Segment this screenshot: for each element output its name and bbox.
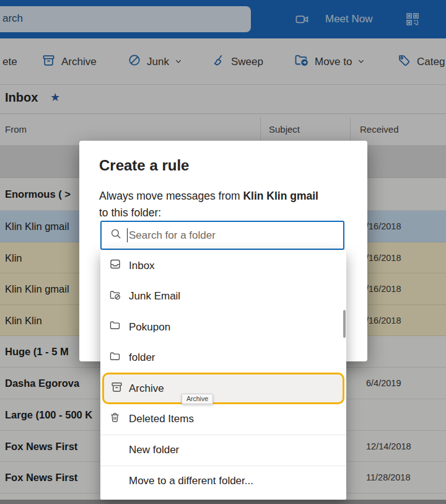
folder-option-label: Move to a different folder... <box>129 475 253 487</box>
text-cursor <box>127 228 128 242</box>
body-suffix: to this folder: <box>99 206 161 219</box>
folder-search-input[interactable]: Search for a folder <box>100 221 344 250</box>
archive-tooltip: Archive <box>181 394 213 404</box>
folder-option-label: Deleted Items <box>129 413 194 425</box>
folder-icon <box>109 350 121 366</box>
archive-icon <box>110 381 123 397</box>
folder-option-pokupon[interactable]: Pokupon <box>100 312 346 343</box>
dialog-body-text: Always move messages from Klin Klin gmai… <box>99 188 347 221</box>
folder-option-label: Inbox <box>129 260 155 272</box>
folder-option-folder[interactable]: folder <box>100 343 346 374</box>
folder-option-archive[interactable]: Archive <box>100 373 346 404</box>
folder-option-label: Archive <box>129 382 164 395</box>
folder-option-label: folder <box>129 351 155 364</box>
folder-option-label: Pokupon <box>129 321 170 334</box>
folder-search-placeholder: Search for a folder <box>129 229 216 242</box>
new-folder-option[interactable]: New folder <box>100 435 346 466</box>
body-sender-name: Klin Klin gmail <box>243 190 318 202</box>
folder-option-inbox[interactable]: Inbox <box>100 250 346 281</box>
junk-folder-icon <box>109 289 121 304</box>
search-icon <box>110 228 122 242</box>
folder-option-junk-email[interactable]: Junk Email <box>100 281 346 312</box>
trash-icon <box>109 412 121 427</box>
body-prefix: Always move messages from <box>99 190 243 202</box>
dialog-title: Create a rule <box>99 157 189 174</box>
folder-option-label: Junk Email <box>129 290 180 303</box>
folder-option-label: New folder <box>129 444 179 456</box>
move-to-different-folder-option[interactable]: Move to a different folder... <box>100 466 346 497</box>
folder-dropdown-list: Inbox Junk Email Pokupon folder <box>100 250 346 500</box>
inbox-icon <box>109 258 121 273</box>
folder-option-deleted-items[interactable]: Deleted Items <box>100 404 346 435</box>
folder-icon <box>109 319 121 335</box>
dropdown-scrollbar-thumb[interactable] <box>343 310 346 338</box>
